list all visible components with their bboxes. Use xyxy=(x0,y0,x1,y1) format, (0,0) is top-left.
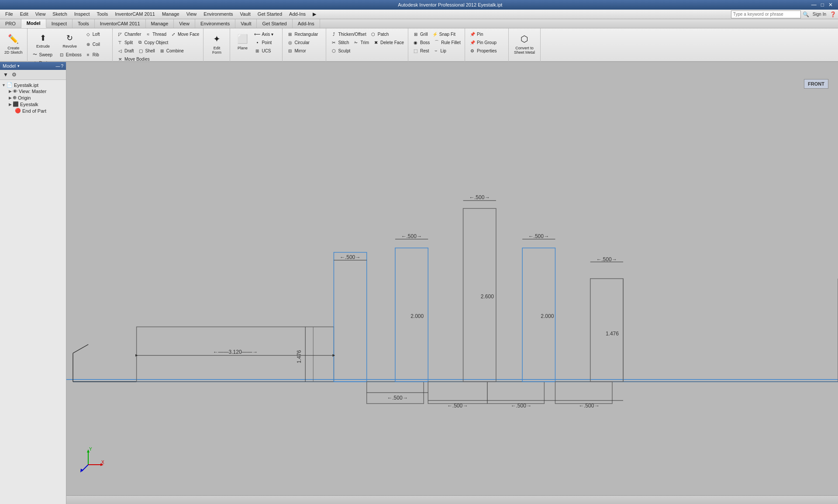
menu-item-add-ins[interactable]: Add-Ins xyxy=(286,10,309,18)
menu-item-sketch[interactable]: Sketch xyxy=(49,10,71,18)
maximize-button[interactable]: □ xyxy=(819,2,826,8)
loft-icon: ◇ xyxy=(85,31,92,38)
delete-face-button[interactable]: ✖ Delete Face xyxy=(371,38,405,46)
dim-500-top: ←.500→ xyxy=(469,194,490,200)
menu-item-vault[interactable]: Vault xyxy=(237,10,254,18)
ribbon-tab-view[interactable]: View xyxy=(174,19,195,28)
dim-500-2: ←.500→ xyxy=(387,395,407,401)
main-area: Model ▾ — ? ▼ ⚙ ▼ 📄 Eyestalk.ipt ▶ 👁 Vie… xyxy=(0,62,838,504)
titlebar-controls[interactable]: — □ ✕ xyxy=(810,2,835,8)
ribbon-tab-inspect[interactable]: Inspect xyxy=(46,19,72,28)
ribbon-tab-manage[interactable]: Manage xyxy=(146,19,174,28)
pin-group-button[interactable]: 📌 Pin Group xyxy=(468,38,498,46)
menu-item-file[interactable]: File xyxy=(2,10,17,18)
extrude-button[interactable]: ⬆ Extrude xyxy=(30,30,56,50)
edit-form-button[interactable]: ✦ EditForm xyxy=(206,30,227,56)
eyestalk-label: Eyestalk xyxy=(20,102,38,107)
point-button[interactable]: • Point xyxy=(252,38,275,46)
search-input[interactable] xyxy=(731,10,801,18)
create-2d-sketch-button[interactable]: ✏️ Create2D Sketch xyxy=(3,30,24,56)
sculpt-button[interactable]: ⬡ Sculpt xyxy=(329,47,352,55)
ucs-icon: ⊞ xyxy=(254,47,261,54)
move-face-button[interactable]: ⤢ Move Face xyxy=(169,30,200,38)
rectangular-button[interactable]: ⊞ Rectangular xyxy=(285,30,319,38)
circular-button[interactable]: ◎ Circular xyxy=(285,38,310,46)
tree-item-eyestalk-ipt[interactable]: ▼ 📄 Eyestalk.ipt xyxy=(0,82,66,88)
viewport[interactable]: FRONT xyxy=(66,62,838,504)
combine-button[interactable]: ⊞ Combine xyxy=(157,47,185,55)
ribbon-tab-environments[interactable]: Environments xyxy=(195,19,235,28)
settings-icon[interactable]: ⚙ xyxy=(10,71,18,78)
snap-fit-button[interactable]: ⚡ Snap Fit xyxy=(430,30,457,38)
sign-in-button[interactable]: Sign In xyxy=(811,11,828,17)
ribbon-tab-inventorcam-2011[interactable]: InventorCAM 2011 xyxy=(95,19,146,28)
draft-button[interactable]: ◁ Draft xyxy=(115,47,135,55)
properties-button[interactable]: ⚙ Properties xyxy=(468,47,498,55)
menu-item-inspect[interactable]: Inspect xyxy=(71,10,93,18)
menu-item-inventorcam-2011[interactable]: InventorCAM 2011 xyxy=(111,10,159,18)
patch-label: Patch xyxy=(378,32,389,37)
expand-origin-icon[interactable]: ▶ xyxy=(9,96,12,100)
sweep-button[interactable]: 〜 Sweep xyxy=(30,51,56,59)
menu-item-tools[interactable]: Tools xyxy=(93,10,111,18)
sidebar-dropdown-icon[interactable]: ▾ xyxy=(17,64,20,68)
coil-button[interactable]: ⊛ Coil xyxy=(83,41,110,48)
menu-item-▶[interactable]: ▶ xyxy=(309,10,320,18)
tree-item-origin[interactable]: ▶ ⊕ Origin xyxy=(0,94,66,101)
close-button[interactable]: ✕ xyxy=(827,2,835,8)
menu-item-get-started[interactable]: Get Started xyxy=(254,10,286,18)
sidebar-minimize-icon[interactable]: — xyxy=(55,64,60,69)
shell-button[interactable]: ▢ Shell xyxy=(136,47,156,55)
filter-icon[interactable]: ▼ xyxy=(2,71,10,78)
minimize-button[interactable]: — xyxy=(810,2,818,8)
tree-item-view-master[interactable]: ▶ 👁 View: Master xyxy=(0,88,66,94)
ribbon-tab-pro[interactable]: PRO xyxy=(0,19,21,28)
menu-item-manage[interactable]: Manage xyxy=(159,10,183,18)
ribbon-tab-model[interactable]: Model xyxy=(21,19,46,28)
plane-button[interactable]: ⬜ Plane xyxy=(233,30,252,52)
dim-500-6top: ←.500→ xyxy=(528,233,549,239)
revolve-button[interactable]: ↻ Revolve xyxy=(57,30,83,50)
ribbon-tab-tools[interactable]: Tools xyxy=(72,19,95,28)
ribbon-tab-add-ins[interactable]: Add-Ins xyxy=(293,19,320,28)
origin-label: Origin xyxy=(18,95,31,100)
expand-view-master-icon[interactable]: ▶ xyxy=(9,89,12,93)
emboss-button[interactable]: ⊡ Emboss xyxy=(57,51,83,59)
thicken-offset-button[interactable]: ⤴ Thicken/Offset xyxy=(329,30,367,38)
chamfer-button[interactable]: ◸ Chamfer xyxy=(115,30,142,38)
search-icon[interactable]: 🔍 xyxy=(803,11,809,17)
split-button[interactable]: ⊤ Split xyxy=(115,38,134,46)
rib-button[interactable]: ≡ Rib xyxy=(83,51,110,59)
sidebar-help-icon[interactable]: ? xyxy=(61,64,63,69)
rest-button[interactable]: ⬚ Rest xyxy=(411,47,431,55)
menu-item-view[interactable]: View xyxy=(183,10,200,18)
ribbon-tab-get-started[interactable]: Get Started xyxy=(257,19,292,28)
loft-label: Loft xyxy=(93,32,100,37)
menu-item-edit[interactable]: Edit xyxy=(17,10,32,18)
patch-button[interactable]: ⬡ Patch xyxy=(369,30,390,38)
axis-button[interactable]: ⟵ Axis ▾ xyxy=(252,30,275,38)
help-icon[interactable]: ❓ xyxy=(830,11,836,17)
pin-button[interactable]: 📌 Pin xyxy=(468,30,484,38)
grill-button[interactable]: ⊞ Grill xyxy=(411,30,429,38)
rule-fillet-button[interactable]: ⌒ Rule Fillet xyxy=(432,38,462,46)
trim-button[interactable]: ✁ Trim xyxy=(351,38,370,46)
svg-rect-15 xyxy=(590,279,623,382)
menu-item-view[interactable]: View xyxy=(32,10,49,18)
ribbon-tab-vault[interactable]: Vault xyxy=(235,19,257,28)
loft-button[interactable]: ◇ Loft xyxy=(83,30,110,38)
move-bodies-icon: ⤧ xyxy=(117,55,124,62)
tree-item-end-of-part[interactable]: 🔴 End of Part xyxy=(0,107,66,114)
menu-item-environments[interactable]: Environments xyxy=(200,10,236,18)
lip-button[interactable]: ⌣ Lip xyxy=(431,47,448,55)
thread-button[interactable]: ≈ Thread xyxy=(143,30,168,38)
convert-to-sheet-metal-button[interactable]: ⬡ Convert toSheet Metal xyxy=(511,30,538,56)
boss-button[interactable]: ◉ Boss xyxy=(411,38,431,46)
stitch-button[interactable]: ✂ Stitch xyxy=(329,38,350,46)
copy-object-button[interactable]: ⧉ Copy Object xyxy=(135,38,169,46)
ucs-button[interactable]: ⊞ UCS xyxy=(252,47,275,55)
expand-eyestalk-icon[interactable]: ▶ xyxy=(9,102,12,107)
mirror-button[interactable]: ⊟ Mirror xyxy=(285,47,307,55)
expand-eyestalk-icon[interactable]: ▼ xyxy=(2,83,6,87)
tree-item-eyestalk[interactable]: ▶ ⬛ Eyestalk xyxy=(0,101,66,107)
